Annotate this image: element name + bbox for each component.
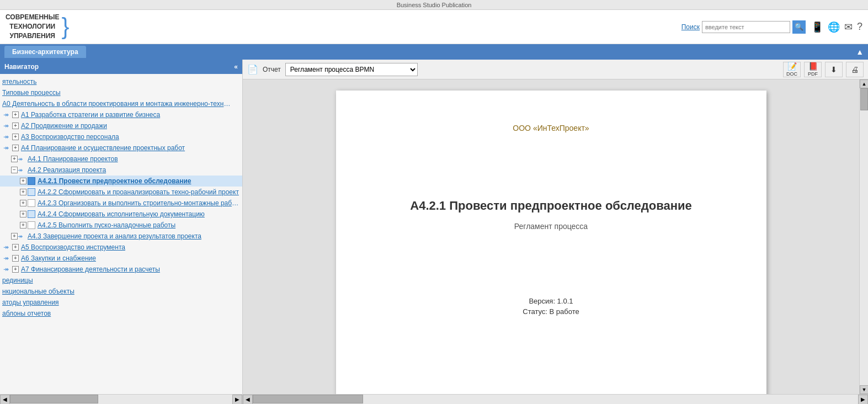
doc-title: А4.2.1 Провести предпроектное обследован… — [410, 199, 691, 213]
list-item: А0 Деятельность в области проектирования… — [0, 98, 242, 109]
search-link[interactable]: Поиск — [681, 23, 700, 31]
list-item: ↠ + А7 Финансирование деятельности и рас… — [0, 264, 242, 275]
header-icons: 📱 🌐 ✉ ? — [811, 21, 862, 33]
content-area: 📄 Отчет Регламент процесса BPMN 📝 DOC 📕 … — [243, 60, 868, 404]
sidebar-item-shablony[interactable]: аблоны отчетов — [2, 309, 53, 318]
expand-icon[interactable]: + — [12, 145, 19, 151]
nav-tab-business[interactable]: Бизнес-архитектура — [4, 46, 86, 58]
expand-icon[interactable]: + — [12, 123, 19, 129]
sidebar-item-a3[interactable]: А3 Воспроизводство персонала — [19, 132, 121, 142]
sidebar-item-funktsionalnye[interactable]: нкциональные объекты — [2, 286, 77, 296]
expand-icon[interactable]: + — [20, 211, 26, 217]
expand-icon[interactable]: + — [12, 255, 19, 262]
sidebar-content[interactable]: ятельность Типовые процессы А0 Деятельно… — [0, 74, 242, 394]
content-hscroll-left[interactable]: ◀ — [243, 395, 253, 405]
mobile-icon[interactable]: 📱 — [811, 21, 823, 33]
sidebar-item-a43[interactable]: А4.3 Завершение проекта и анализ результ… — [26, 231, 204, 241]
nav-collapse-button[interactable]: ▲ — [856, 47, 864, 56]
pdf-button[interactable]: 📕 PDF — [804, 62, 822, 77]
doc-subtitle: Регламент процесса — [514, 222, 588, 231]
scroll-down-button[interactable]: ▼ — [860, 385, 868, 394]
sidebar-item-edinitsy[interactable]: рединицы — [2, 275, 35, 285]
help-icon[interactable]: ? — [857, 21, 862, 33]
scroll-up-button[interactable]: ▲ — [860, 79, 868, 88]
sidebar-item-a0[interactable]: А0 Деятельность в области проектирования… — [2, 99, 234, 109]
list-item: ↠ + А4 Планирование и осуществление прое… — [0, 142, 242, 153]
sidebar-item-a424[interactable]: А4.2.4 Сформировать исполнительную докум… — [36, 209, 207, 219]
sidebar-item-a421[interactable]: А4.2.1 Провести предпроектное обследован… — [36, 176, 193, 186]
search-area: Поиск 🔍 — [681, 20, 806, 34]
hscroll-right-button[interactable]: ▶ — [232, 395, 242, 405]
download-button[interactable]: ⬇ — [825, 62, 843, 77]
arrow-icon: ↠ — [3, 133, 12, 141]
list-item: + А4.2.4 Сформировать исполнительную док… — [0, 209, 242, 220]
hscroll-thumb[interactable] — [10, 395, 98, 403]
sidebar-header: Навигатор « — [0, 60, 242, 74]
right-scrollbar: ▲ ▼ — [859, 79, 868, 394]
list-item: + А4.2.2 Сформировать и проанализировать… — [0, 187, 242, 198]
sidebar-item-a42[interactable]: А4.2 Реализация проекта — [26, 165, 108, 175]
doc-button[interactable]: 📝 DOC — [783, 62, 801, 77]
doc-icon — [28, 199, 35, 207]
list-item: рединицы — [0, 275, 242, 286]
hscroll-left-button[interactable]: ◀ — [0, 395, 10, 405]
nav-bar: Бизнес-архитектура ▲ — [0, 44, 868, 60]
print-button[interactable]: 🖨 — [846, 62, 864, 77]
report-select[interactable]: Регламент процесса BPMN — [285, 63, 418, 76]
content-hscroll-right[interactable]: ▶ — [858, 395, 868, 405]
sidebar-item-a41[interactable]: А4.1 Планирование проектов — [26, 154, 120, 164]
arrow-icon: ↠ — [3, 144, 12, 152]
sidebar-item-a425[interactable]: А4.2.5 Выполнить пуско-наладочные работы — [36, 220, 178, 230]
expand-icon[interactable]: + — [12, 111, 19, 118]
doc-company-name: ООО «ИнТехПроект» — [513, 124, 589, 132]
content-hscroll-track — [253, 395, 858, 405]
list-item: + ↠ А4.1 Планирование проектов — [0, 153, 242, 164]
list-item: + А4.2.5 Выполнить пуско-наладочные рабо… — [0, 220, 242, 231]
content-hscroll-thumb[interactable] — [253, 395, 363, 403]
header: СОВРЕМЕННЫЕ ТЕХНОЛОГИИ УПРАВЛЕНИЯ } Поис… — [0, 10, 868, 44]
expand-icon[interactable]: + — [12, 266, 19, 273]
search-input[interactable] — [702, 21, 790, 33]
globe-icon[interactable]: 🌐 — [828, 21, 840, 33]
sidebar-item-a6[interactable]: А6 Закупки и снабжение — [19, 253, 98, 263]
search-button[interactable]: 🔍 — [792, 20, 806, 34]
scroll-track — [860, 88, 868, 385]
sidebar-item-metody[interactable]: атоды управления — [2, 297, 61, 307]
list-item: ↠ + А2 Продвижение и продажи — [0, 120, 242, 131]
sidebar-item-a4[interactable]: А4 Планирование и осуществление проектны… — [19, 143, 187, 153]
search-icon: 🔍 — [795, 23, 803, 31]
expand-icon[interactable]: + — [20, 178, 26, 184]
expand-icon[interactable]: + — [20, 222, 26, 228]
sidebar-item-a5[interactable]: А5 Воспроизводство инструмента — [19, 242, 127, 252]
sidebar-item-a422[interactable]: А4.2.2 Сформировать и проанализировать т… — [36, 187, 241, 197]
expand-icon[interactable]: − — [11, 167, 18, 173]
sidebar-item-a7[interactable]: А7 Финансирование деятельности и расчеты — [19, 264, 162, 274]
arrow-icon: ↠ — [3, 122, 12, 130]
arrow-icon: ↠ — [18, 167, 26, 174]
doc-icon — [28, 210, 35, 218]
sidebar-item-tipovye[interactable]: Типовые процессы — [2, 88, 63, 98]
sidebar-item-a423[interactable]: А4.2.3 Организовать и выполнить строител… — [36, 198, 242, 208]
expand-icon[interactable]: + — [20, 189, 26, 195]
expand-icon[interactable]: + — [11, 156, 18, 162]
expand-icon[interactable]: + — [20, 200, 26, 206]
content-document: ООО «ИнТехПроект» А4.2.1 Провести предпр… — [243, 79, 859, 394]
sidebar-item-a2[interactable]: А2 Продвижение и продажи — [19, 121, 109, 131]
expand-icon[interactable]: + — [12, 244, 19, 251]
sidebar-collapse-icon[interactable]: « — [234, 63, 238, 71]
pdf-icon-btn: 📕 — [808, 62, 818, 71]
list-item: Типовые процессы — [0, 87, 242, 98]
pdf-btn-label: PDF — [808, 71, 818, 77]
content-toolbar: 📄 Отчет Регламент процесса BPMN 📝 DOC 📕 … — [243, 60, 868, 79]
list-item: − ↠ А4.2 Реализация проекта — [0, 164, 242, 176]
arrow-icon: ↠ — [3, 265, 12, 273]
sidebar-item-deyatelnost[interactable]: ятельность — [2, 77, 39, 87]
expand-icon[interactable]: + — [12, 134, 19, 140]
sidebar-item-a1[interactable]: А1 Разработка стратегии и развитие бизне… — [19, 110, 162, 120]
scroll-thumb[interactable] — [860, 88, 868, 110]
list-item: + А4.2.3 Организовать и выполнить строит… — [0, 198, 242, 209]
arrow-icon: ↠ — [18, 156, 26, 163]
expand-icon[interactable]: + — [11, 233, 18, 240]
doc-icon-btn: 📝 — [787, 62, 797, 71]
email-icon[interactable]: ✉ — [844, 21, 853, 33]
